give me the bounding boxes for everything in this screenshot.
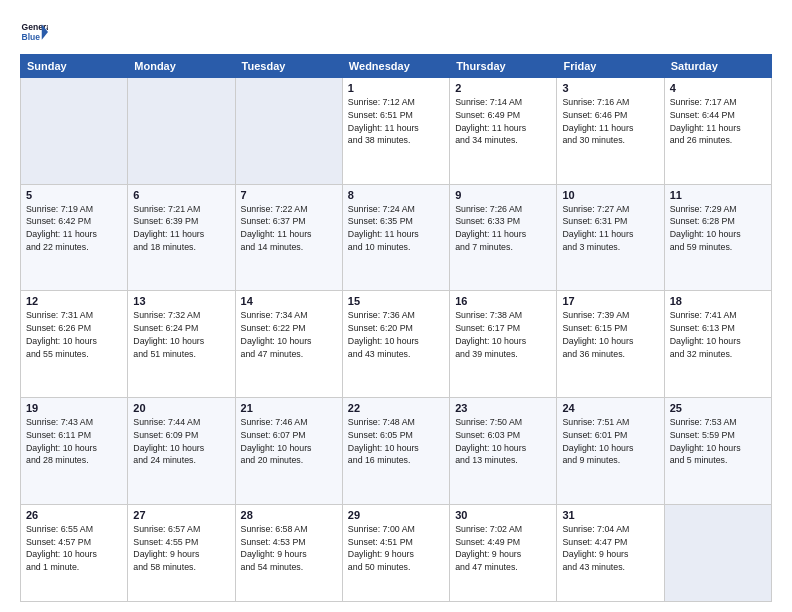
calendar-cell: 13Sunrise: 7:32 AM Sunset: 6:24 PM Dayli…: [128, 291, 235, 398]
day-info: Sunrise: 7:12 AM Sunset: 6:51 PM Dayligh…: [348, 96, 444, 147]
day-number: 29: [348, 509, 444, 521]
day-number: 28: [241, 509, 337, 521]
day-info: Sunrise: 7:51 AM Sunset: 6:01 PM Dayligh…: [562, 416, 658, 467]
calendar-cell: 22Sunrise: 7:48 AM Sunset: 6:05 PM Dayli…: [342, 398, 449, 505]
weekday-thursday: Thursday: [450, 55, 557, 78]
calendar-cell: 29Sunrise: 7:00 AM Sunset: 4:51 PM Dayli…: [342, 504, 449, 601]
day-info: Sunrise: 7:17 AM Sunset: 6:44 PM Dayligh…: [670, 96, 766, 147]
day-info: Sunrise: 7:32 AM Sunset: 6:24 PM Dayligh…: [133, 309, 229, 360]
day-number: 18: [670, 295, 766, 307]
calendar-cell: 18Sunrise: 7:41 AM Sunset: 6:13 PM Dayli…: [664, 291, 771, 398]
calendar-cell: 31Sunrise: 7:04 AM Sunset: 4:47 PM Dayli…: [557, 504, 664, 601]
calendar-cell: 19Sunrise: 7:43 AM Sunset: 6:11 PM Dayli…: [21, 398, 128, 505]
day-number: 6: [133, 189, 229, 201]
calendar-cell: 6Sunrise: 7:21 AM Sunset: 6:39 PM Daylig…: [128, 184, 235, 291]
day-info: Sunrise: 6:57 AM Sunset: 4:55 PM Dayligh…: [133, 523, 229, 574]
day-info: Sunrise: 7:04 AM Sunset: 4:47 PM Dayligh…: [562, 523, 658, 574]
day-number: 9: [455, 189, 551, 201]
calendar-cell: 1Sunrise: 7:12 AM Sunset: 6:51 PM Daylig…: [342, 78, 449, 185]
calendar-cell: [664, 504, 771, 601]
day-number: 13: [133, 295, 229, 307]
day-number: 2: [455, 82, 551, 94]
calendar-cell: [235, 78, 342, 185]
calendar-cell: 28Sunrise: 6:58 AM Sunset: 4:53 PM Dayli…: [235, 504, 342, 601]
calendar-cell: 3Sunrise: 7:16 AM Sunset: 6:46 PM Daylig…: [557, 78, 664, 185]
day-number: 30: [455, 509, 551, 521]
calendar-cell: 17Sunrise: 7:39 AM Sunset: 6:15 PM Dayli…: [557, 291, 664, 398]
day-number: 19: [26, 402, 122, 414]
day-number: 15: [348, 295, 444, 307]
calendar-cell: 20Sunrise: 7:44 AM Sunset: 6:09 PM Dayli…: [128, 398, 235, 505]
day-info: Sunrise: 7:14 AM Sunset: 6:49 PM Dayligh…: [455, 96, 551, 147]
day-info: Sunrise: 7:46 AM Sunset: 6:07 PM Dayligh…: [241, 416, 337, 467]
day-number: 3: [562, 82, 658, 94]
calendar-cell: 30Sunrise: 7:02 AM Sunset: 4:49 PM Dayli…: [450, 504, 557, 601]
calendar-cell: 14Sunrise: 7:34 AM Sunset: 6:22 PM Dayli…: [235, 291, 342, 398]
calendar-cell: 21Sunrise: 7:46 AM Sunset: 6:07 PM Dayli…: [235, 398, 342, 505]
day-info: Sunrise: 7:38 AM Sunset: 6:17 PM Dayligh…: [455, 309, 551, 360]
day-info: Sunrise: 7:34 AM Sunset: 6:22 PM Dayligh…: [241, 309, 337, 360]
weekday-saturday: Saturday: [664, 55, 771, 78]
day-info: Sunrise: 7:19 AM Sunset: 6:42 PM Dayligh…: [26, 203, 122, 254]
weekday-monday: Monday: [128, 55, 235, 78]
day-info: Sunrise: 7:00 AM Sunset: 4:51 PM Dayligh…: [348, 523, 444, 574]
day-number: 31: [562, 509, 658, 521]
calendar-cell: 27Sunrise: 6:57 AM Sunset: 4:55 PM Dayli…: [128, 504, 235, 601]
day-number: 12: [26, 295, 122, 307]
day-number: 1: [348, 82, 444, 94]
logo: General Blue: [20, 18, 48, 46]
day-info: Sunrise: 7:36 AM Sunset: 6:20 PM Dayligh…: [348, 309, 444, 360]
calendar-cell: [128, 78, 235, 185]
day-info: Sunrise: 7:02 AM Sunset: 4:49 PM Dayligh…: [455, 523, 551, 574]
day-info: Sunrise: 7:16 AM Sunset: 6:46 PM Dayligh…: [562, 96, 658, 147]
day-number: 8: [348, 189, 444, 201]
day-number: 24: [562, 402, 658, 414]
weekday-header: SundayMondayTuesdayWednesdayThursdayFrid…: [21, 55, 772, 78]
svg-text:Blue: Blue: [22, 32, 41, 42]
day-number: 14: [241, 295, 337, 307]
calendar-cell: 2Sunrise: 7:14 AM Sunset: 6:49 PM Daylig…: [450, 78, 557, 185]
page: General Blue SundayMondayTuesdayWednesda…: [0, 0, 792, 612]
day-number: 11: [670, 189, 766, 201]
calendar-cell: 11Sunrise: 7:29 AM Sunset: 6:28 PM Dayli…: [664, 184, 771, 291]
day-info: Sunrise: 7:26 AM Sunset: 6:33 PM Dayligh…: [455, 203, 551, 254]
day-number: 25: [670, 402, 766, 414]
day-number: 20: [133, 402, 229, 414]
day-info: Sunrise: 7:39 AM Sunset: 6:15 PM Dayligh…: [562, 309, 658, 360]
day-info: Sunrise: 6:55 AM Sunset: 4:57 PM Dayligh…: [26, 523, 122, 574]
day-info: Sunrise: 7:22 AM Sunset: 6:37 PM Dayligh…: [241, 203, 337, 254]
calendar-cell: 8Sunrise: 7:24 AM Sunset: 6:35 PM Daylig…: [342, 184, 449, 291]
day-info: Sunrise: 7:27 AM Sunset: 6:31 PM Dayligh…: [562, 203, 658, 254]
calendar: SundayMondayTuesdayWednesdayThursdayFrid…: [20, 54, 772, 602]
header: General Blue: [20, 18, 772, 46]
day-number: 10: [562, 189, 658, 201]
day-number: 26: [26, 509, 122, 521]
calendar-cell: 5Sunrise: 7:19 AM Sunset: 6:42 PM Daylig…: [21, 184, 128, 291]
calendar-cell: 7Sunrise: 7:22 AM Sunset: 6:37 PM Daylig…: [235, 184, 342, 291]
day-number: 7: [241, 189, 337, 201]
day-number: 21: [241, 402, 337, 414]
day-info: Sunrise: 7:29 AM Sunset: 6:28 PM Dayligh…: [670, 203, 766, 254]
day-info: Sunrise: 7:50 AM Sunset: 6:03 PM Dayligh…: [455, 416, 551, 467]
day-info: Sunrise: 7:31 AM Sunset: 6:26 PM Dayligh…: [26, 309, 122, 360]
calendar-cell: 15Sunrise: 7:36 AM Sunset: 6:20 PM Dayli…: [342, 291, 449, 398]
day-info: Sunrise: 7:43 AM Sunset: 6:11 PM Dayligh…: [26, 416, 122, 467]
day-info: Sunrise: 6:58 AM Sunset: 4:53 PM Dayligh…: [241, 523, 337, 574]
weekday-tuesday: Tuesday: [235, 55, 342, 78]
calendar-cell: 9Sunrise: 7:26 AM Sunset: 6:33 PM Daylig…: [450, 184, 557, 291]
day-info: Sunrise: 7:53 AM Sunset: 5:59 PM Dayligh…: [670, 416, 766, 467]
calendar-cell: 24Sunrise: 7:51 AM Sunset: 6:01 PM Dayli…: [557, 398, 664, 505]
day-number: 16: [455, 295, 551, 307]
weekday-friday: Friday: [557, 55, 664, 78]
calendar-cell: 26Sunrise: 6:55 AM Sunset: 4:57 PM Dayli…: [21, 504, 128, 601]
day-number: 4: [670, 82, 766, 94]
day-number: 27: [133, 509, 229, 521]
day-number: 22: [348, 402, 444, 414]
calendar-cell: 25Sunrise: 7:53 AM Sunset: 5:59 PM Dayli…: [664, 398, 771, 505]
day-number: 17: [562, 295, 658, 307]
day-info: Sunrise: 7:44 AM Sunset: 6:09 PM Dayligh…: [133, 416, 229, 467]
day-info: Sunrise: 7:48 AM Sunset: 6:05 PM Dayligh…: [348, 416, 444, 467]
day-number: 23: [455, 402, 551, 414]
day-info: Sunrise: 7:21 AM Sunset: 6:39 PM Dayligh…: [133, 203, 229, 254]
calendar-cell: 10Sunrise: 7:27 AM Sunset: 6:31 PM Dayli…: [557, 184, 664, 291]
